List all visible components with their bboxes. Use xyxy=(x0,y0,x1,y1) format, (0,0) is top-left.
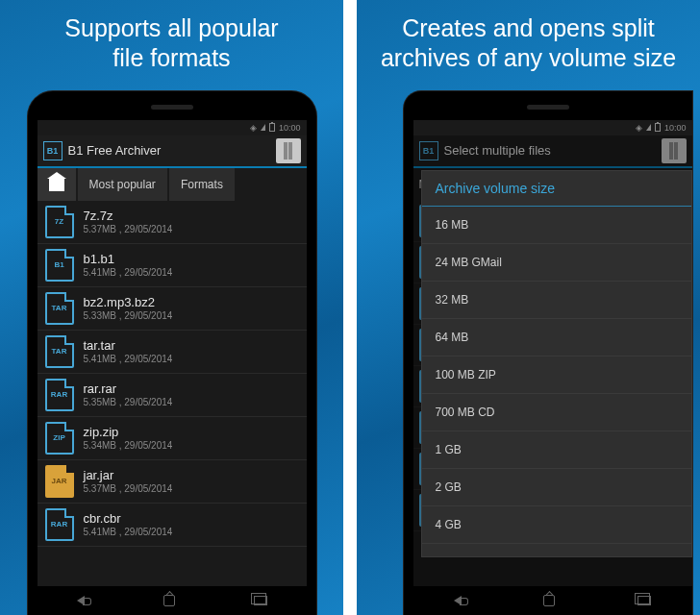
volume-option[interactable]: 32 MB xyxy=(422,282,691,319)
file-name: rar.rar xyxy=(84,381,173,396)
dialog-title: Archive volume size xyxy=(422,171,691,207)
file-meta: 5.34MB , 29/05/2014 xyxy=(84,440,173,451)
nav-back-icon[interactable] xyxy=(454,596,462,605)
file-meta: 5.41MB , 29/05/2014 xyxy=(84,527,173,537)
volume-option[interactable]: 700 MB CD xyxy=(422,394,691,431)
volume-option[interactable]: 16 MB xyxy=(422,207,691,244)
nav-home-icon[interactable] xyxy=(543,595,555,606)
app-title: B1 Free Archiver xyxy=(68,143,270,158)
file-type-icon: 7Z xyxy=(45,206,74,238)
file-type-icon: RAR xyxy=(45,508,74,541)
status-time: 10:00 xyxy=(279,123,301,133)
volume-option[interactable]: 100 MB ZIP xyxy=(422,357,691,394)
file-name: jar.jar xyxy=(84,468,173,482)
wifi-icon: ◈ xyxy=(636,123,642,133)
phone-screen: ◈ 10:00 B1 Select multiple files M ✓ ✓ ✓… xyxy=(413,120,692,616)
headline-line1: Supports all popular xyxy=(64,14,278,41)
file-name: 7z.7z xyxy=(84,209,173,223)
file-name: tar.tar xyxy=(84,338,173,353)
android-nav-bar xyxy=(413,586,692,615)
file-meta: 5.35MB , 29/05/2014 xyxy=(84,397,173,407)
file-meta: 5.41MB , 29/05/2014 xyxy=(84,354,173,364)
status-bar: ◈ 10:00 xyxy=(413,120,692,135)
nav-recent-icon[interactable] xyxy=(638,596,651,605)
tab-most-popular[interactable]: Most popular xyxy=(78,168,167,201)
title-bar: B1 B1 Free Archiver xyxy=(38,135,307,168)
file-row[interactable]: 7Z 7z.7z 5.37MB , 29/05/2014 xyxy=(38,201,307,244)
file-row[interactable]: TAR bz2.mp3.bz25.33MB , 29/05/2014 xyxy=(38,287,307,331)
file-row[interactable]: ZIP zip.zip5.34MB , 29/05/2014 xyxy=(38,417,307,460)
promo-panel-formats: Supports all popular file formats ◈ 10:0… xyxy=(0,0,343,615)
tab-formats[interactable]: Formats xyxy=(169,168,235,201)
file-meta: 5.33MB , 29/05/2014 xyxy=(84,310,173,321)
zipper-icon xyxy=(284,142,292,160)
headline: Supports all popular file formats xyxy=(57,13,286,74)
battery-icon xyxy=(269,123,275,132)
file-type-icon: ZIP xyxy=(45,422,74,455)
file-type-icon: RAR xyxy=(45,379,74,411)
volume-option[interactable]: 1 GB xyxy=(422,431,691,469)
headline-line1: Creates and opens split xyxy=(402,14,655,41)
tab-bar: Most popular Formats xyxy=(38,168,307,201)
headline-line2: archives of any volume size xyxy=(381,44,676,71)
signal-icon xyxy=(646,124,651,131)
file-row[interactable]: JAR jar.jar5.37MB , 29/05/2014 xyxy=(38,460,307,504)
file-row[interactable]: RAR cbr.cbr5.41MB , 29/05/2014 xyxy=(38,504,307,547)
phone-screen: ◈ 10:00 B1 B1 Free Archiver Most popular… xyxy=(38,120,307,616)
promo-panel-split: Creates and opens split archives of any … xyxy=(357,0,700,615)
wifi-icon: ◈ xyxy=(250,123,257,133)
file-meta: 5.41MB , 29/05/2014 xyxy=(84,267,173,278)
nav-recent-icon[interactable] xyxy=(254,596,267,605)
file-type-icon: TAR xyxy=(45,335,74,368)
volume-option[interactable]: 24 MB GMail xyxy=(422,244,691,282)
file-meta: 5.37MB , 29/05/2014 xyxy=(84,483,173,494)
nav-home-icon[interactable] xyxy=(163,595,175,606)
volume-option[interactable]: 64 MB xyxy=(422,319,691,357)
phone-speaker xyxy=(527,105,569,110)
file-type-icon: JAR xyxy=(45,465,74,498)
file-type-icon: TAR xyxy=(45,292,74,325)
headline: Creates and opens split archives of any … xyxy=(373,13,684,74)
file-type-icon: B1 xyxy=(45,249,74,282)
file-meta: 5.37MB , 29/05/2014 xyxy=(84,224,173,234)
file-row[interactable]: RAR rar.rar5.35MB , 29/05/2014 xyxy=(38,374,307,417)
home-icon xyxy=(49,178,64,191)
battery-icon xyxy=(655,123,661,132)
volume-option[interactable]: Custom volume size xyxy=(422,544,691,557)
app-logo-icon[interactable]: B1 xyxy=(43,141,62,160)
volume-option[interactable]: 4 GB xyxy=(422,506,691,544)
nav-back-icon[interactable] xyxy=(77,596,85,605)
status-bar: ◈ 10:00 xyxy=(38,120,307,135)
new-archive-button[interactable] xyxy=(276,138,301,163)
signal-icon xyxy=(261,124,265,131)
status-time: 10:00 xyxy=(664,123,687,133)
phone-frame: ◈ 10:00 B1 B1 Free Archiver Most popular… xyxy=(28,91,316,616)
file-row[interactable]: B1 b1.b15.41MB , 29/05/2014 xyxy=(38,244,307,287)
file-name: bz2.mp3.bz2 xyxy=(84,295,173,309)
dialog-option-list[interactable]: 16 MB 24 MB GMail 32 MB 64 MB 100 MB ZIP… xyxy=(422,207,691,557)
phone-speaker xyxy=(151,105,193,110)
screen-inner: B1 Select multiple files M ✓ ✓ ✓ ✓ ✓ ✓ ✓… xyxy=(413,135,692,587)
file-info: 7z.7z 5.37MB , 29/05/2014 xyxy=(84,209,173,234)
file-list[interactable]: 7Z 7z.7z 5.37MB , 29/05/2014 B1 b1.b15.4… xyxy=(38,201,307,587)
android-nav-bar xyxy=(38,586,307,615)
volume-size-dialog: Archive volume size 16 MB 24 MB GMail 32… xyxy=(421,170,692,558)
volume-option[interactable]: 2 GB xyxy=(422,469,691,506)
tab-home[interactable] xyxy=(38,168,76,201)
file-name: zip.zip xyxy=(84,425,173,439)
file-row[interactable]: TAR tar.tar5.41MB , 29/05/2014 xyxy=(38,331,307,374)
file-name: cbr.cbr xyxy=(84,511,173,526)
phone-frame: ◈ 10:00 B1 Select multiple files M ✓ ✓ ✓… xyxy=(404,91,692,616)
file-name: b1.b1 xyxy=(84,252,173,266)
headline-line2: file formats xyxy=(112,44,230,71)
